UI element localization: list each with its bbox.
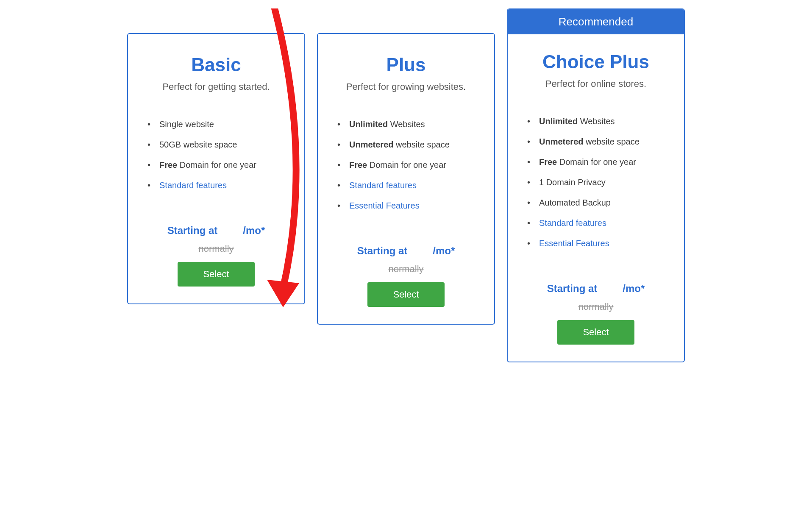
feature-link-essential[interactable]: Essential Features <box>527 237 669 250</box>
feature-item: Unmetered website space <box>527 135 669 148</box>
plan-card-basic: Basic Perfect for getting started. Singl… <box>127 33 305 304</box>
feature-item: Free Domain for one year <box>337 159 479 171</box>
normally-price: normally <box>333 264 479 275</box>
feature-item: 50GB website space <box>147 138 289 151</box>
feature-item: Unmetered website space <box>337 138 479 151</box>
feature-item: 1 Domain Privacy <box>527 176 669 189</box>
plan-features-list: Unlimited Websites Unmetered website spa… <box>523 115 669 257</box>
feature-item: Single website <box>147 118 289 131</box>
plan-card-choice-plus: Recommended Choice Plus Perfect for onli… <box>507 8 685 362</box>
price-section: Starting at/mo* normally Select <box>333 245 479 307</box>
select-button-choice-plus[interactable]: Select <box>557 320 634 345</box>
price-line: Starting at/mo* <box>333 245 479 257</box>
feature-link-standard[interactable]: Standard features <box>147 179 289 192</box>
feature-item: Free Domain for one year <box>527 156 669 168</box>
plan-subtitle: Perfect for online stores. <box>523 78 669 89</box>
feature-item: Automated Backup <box>527 196 669 209</box>
plan-title: Basic <box>143 54 289 75</box>
price-line: Starting at/mo* <box>523 283 669 295</box>
price-section: Starting at/mo* normally Select <box>523 283 669 345</box>
plan-subtitle: Perfect for getting started. <box>143 81 289 92</box>
feature-item: Free Domain for one year <box>147 159 289 171</box>
price-line: Starting at/mo* <box>143 225 289 237</box>
plan-title: Plus <box>333 54 479 75</box>
select-button-plus[interactable]: Select <box>367 282 444 307</box>
normally-price: normally <box>523 301 669 312</box>
normally-price: normally <box>143 243 289 254</box>
plan-subtitle: Perfect for growing websites. <box>333 81 479 92</box>
plan-features-list: Unlimited Websites Unmetered website spa… <box>333 118 479 220</box>
plan-card-plus: Plus Perfect for growing websites. Unlim… <box>317 33 495 325</box>
plan-title: Choice Plus <box>523 51 669 72</box>
pricing-plans-container: Basic Perfect for getting started. Singl… <box>109 8 703 362</box>
feature-link-standard[interactable]: Standard features <box>527 217 669 229</box>
recommended-badge: Recommended <box>508 9 684 34</box>
feature-link-standard[interactable]: Standard features <box>337 179 479 192</box>
feature-link-essential[interactable]: Essential Features <box>337 199 479 212</box>
feature-item: Unlimited Websites <box>337 118 479 131</box>
select-button-basic[interactable]: Select <box>178 262 254 287</box>
price-section: Starting at/mo* normally Select <box>143 225 289 287</box>
feature-item: Unlimited Websites <box>527 115 669 128</box>
plan-features-list: Single website 50GB website space Free D… <box>143 118 289 199</box>
